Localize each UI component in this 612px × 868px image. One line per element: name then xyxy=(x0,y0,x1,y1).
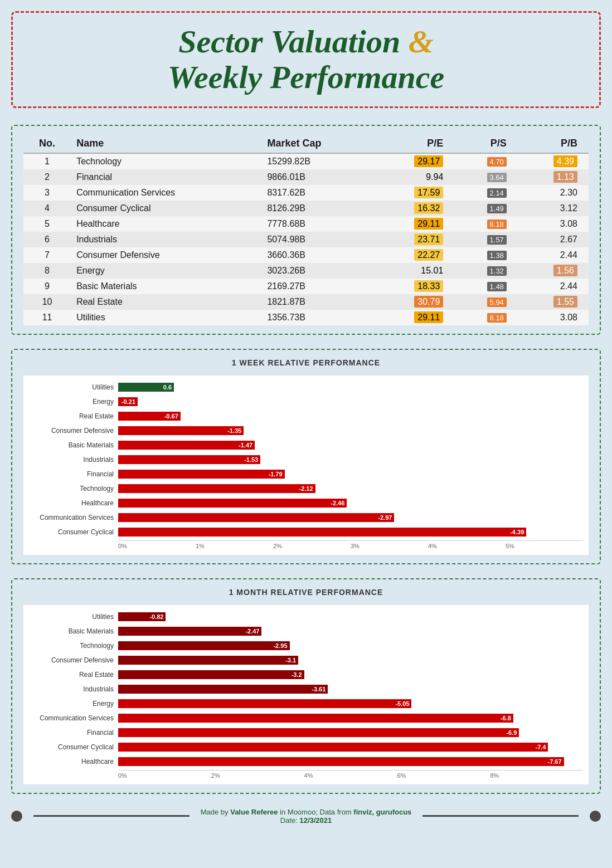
table-row: 10 Real Estate 1821.87B 30.79 5.94 1.55 xyxy=(23,294,589,310)
col-marketcap: Market Cap xyxy=(261,134,375,153)
bar-fill: -7.67 xyxy=(118,757,564,766)
bar-container: -7.67 xyxy=(118,757,583,767)
chart-bar-row: Technology-2.95 xyxy=(23,640,583,652)
bar-container: -1.79 xyxy=(118,469,583,479)
x-tick: 2% xyxy=(273,543,351,549)
bar-container: -1.35 xyxy=(118,426,583,436)
col-ps: P/S xyxy=(454,134,518,153)
cell-pe: 30.79 xyxy=(375,294,455,310)
cell-no: 5 xyxy=(23,216,71,232)
cell-marketcap: 3023.26B xyxy=(261,263,375,279)
footer-bold1: Value Referee xyxy=(230,808,278,816)
bar-label: Financial xyxy=(23,470,118,478)
bar-container: -2.12 xyxy=(118,484,583,494)
chart-bar-row: Energy-0.21 xyxy=(23,396,583,408)
title-text: Sector Valuation & Weekly Performance xyxy=(30,24,582,95)
chart-bar-row: Consumer Cyclical-4.39 xyxy=(23,526,583,538)
bar-label: Industrials xyxy=(23,685,118,693)
chart-bar-row: Industrials-3.61 xyxy=(23,683,583,695)
footer-text: Made by Value Referee in Moomoo; Data fr… xyxy=(201,808,412,825)
cell-pe: 15.01 xyxy=(375,263,455,279)
col-pb: P/B xyxy=(518,134,589,153)
table-row: 9 Basic Materials 2169.27B 18.33 1.48 2.… xyxy=(23,279,589,294)
cell-no: 8 xyxy=(23,263,71,279)
bar-container: -1.53 xyxy=(118,455,583,465)
bar-label: Industrials xyxy=(23,456,118,464)
cell-name: Energy xyxy=(71,263,261,279)
x-tick: 5% xyxy=(506,543,583,549)
cell-pe: 18.33 xyxy=(375,279,455,294)
cell-name: Technology xyxy=(71,153,261,169)
x-tick: 2% xyxy=(211,772,304,779)
bar-container: -0.67 xyxy=(118,411,583,421)
table-row: 7 Consumer Defensive 3660.36B 22.27 1.38… xyxy=(23,247,589,263)
title-line2: Weekly Performance xyxy=(168,59,445,95)
x-tick: 1% xyxy=(196,543,273,549)
title-ampersand: & xyxy=(409,23,434,60)
bar-label: Communication Services xyxy=(23,514,118,521)
cell-ps: 1.48 xyxy=(454,279,518,294)
footer-line1: Made by Value Referee in Moomoo; Data fr… xyxy=(201,808,412,816)
bar-fill: -0.82 xyxy=(118,612,166,621)
table-box: No. Name Market Cap P/E P/S P/B 1 Techno… xyxy=(11,125,601,335)
bar-container: -3.1 xyxy=(118,655,583,665)
cell-ps: 2.14 xyxy=(454,185,518,201)
cell-ps: 4.70 xyxy=(454,153,518,169)
cell-ps: 8.18 xyxy=(454,310,518,325)
cell-pb: 3.08 xyxy=(518,216,589,232)
cell-pb: 2.30 xyxy=(518,185,589,201)
bar-label: Basic Materials xyxy=(23,627,118,635)
cell-no: 3 xyxy=(23,185,71,201)
chart-bar-row: Basic Materials-2.47 xyxy=(23,625,583,637)
cell-marketcap: 1356.73B xyxy=(261,310,375,325)
table-row: 11 Utilities 1356.73B 29.11 8.18 3.08 xyxy=(23,310,589,325)
cell-pe: 22.27 xyxy=(375,247,455,263)
bar-container: -6.9 xyxy=(118,728,583,738)
cell-no: 1 xyxy=(23,153,71,169)
cell-pb: 4.39 xyxy=(518,153,589,169)
cell-pb: 1.55 xyxy=(518,294,589,310)
table-row: 5 Healthcare 7778.68B 29.11 8.18 3.08 xyxy=(23,216,589,232)
bar-fill: -2.46 xyxy=(118,499,347,508)
bar-container: -4.39 xyxy=(118,527,583,537)
cell-no: 6 xyxy=(23,232,71,247)
table-row: 8 Energy 3023.26B 15.01 1.32 1.56 xyxy=(23,263,589,279)
x-tick: 3% xyxy=(351,543,428,549)
cell-marketcap: 8317.62B xyxy=(261,185,375,201)
bar-fill: 0.6 xyxy=(118,383,174,392)
title-line1: Sector Valuation xyxy=(178,23,400,60)
bar-fill: -1.79 xyxy=(118,470,285,479)
cell-pb: 2.44 xyxy=(518,279,589,294)
chart-bar-row: Consumer Defensive-3.1 xyxy=(23,654,583,666)
cell-no: 9 xyxy=(23,279,71,294)
cell-pe: 16.32 xyxy=(375,201,455,216)
cell-name: Communication Services xyxy=(71,185,261,201)
chart-bar-row: Consumer Defensive-1.35 xyxy=(23,425,583,437)
bar-label: Technology xyxy=(23,642,118,650)
cell-ps: 5.94 xyxy=(454,294,518,310)
bar-container: -5.05 xyxy=(118,699,583,709)
bar-label: Consumer Defensive xyxy=(23,656,118,664)
chart-bar-row: Technology-2.12 xyxy=(23,482,583,495)
x-tick: 4% xyxy=(304,772,397,779)
table-row: 6 Industrials 5074.98B 23.71 1.57 2.67 xyxy=(23,232,589,247)
bar-fill: -2.95 xyxy=(118,641,290,650)
chart-bar-row: Utilities0.6 xyxy=(23,381,583,393)
chart2-title: 1 MONTH RELATIVE PERFORMANCE xyxy=(23,588,589,597)
bar-label: Real Estate xyxy=(23,671,118,679)
footer-line-right xyxy=(422,815,579,817)
bar-label: Energy xyxy=(23,398,118,406)
cell-marketcap: 1821.87B xyxy=(261,294,375,310)
bar-container: -2.46 xyxy=(118,498,583,508)
chart-bar-row: Consumer Cyclical-7.4 xyxy=(23,741,583,753)
footer-pre2: Date: xyxy=(280,816,300,825)
footer-circle-left xyxy=(11,811,22,822)
x-tick: 6% xyxy=(397,772,490,779)
footer-mid: in Moomoo; Data from xyxy=(278,808,353,816)
col-no: No. xyxy=(23,134,71,153)
bar-container: -2.47 xyxy=(118,626,583,636)
table-row: 4 Consumer Cyclical 8126.29B 16.32 1.49 … xyxy=(23,201,589,216)
bar-fill: -1.47 xyxy=(118,441,255,450)
cell-name: Consumer Cyclical xyxy=(71,201,261,216)
cell-pe: 17.59 xyxy=(375,185,455,201)
